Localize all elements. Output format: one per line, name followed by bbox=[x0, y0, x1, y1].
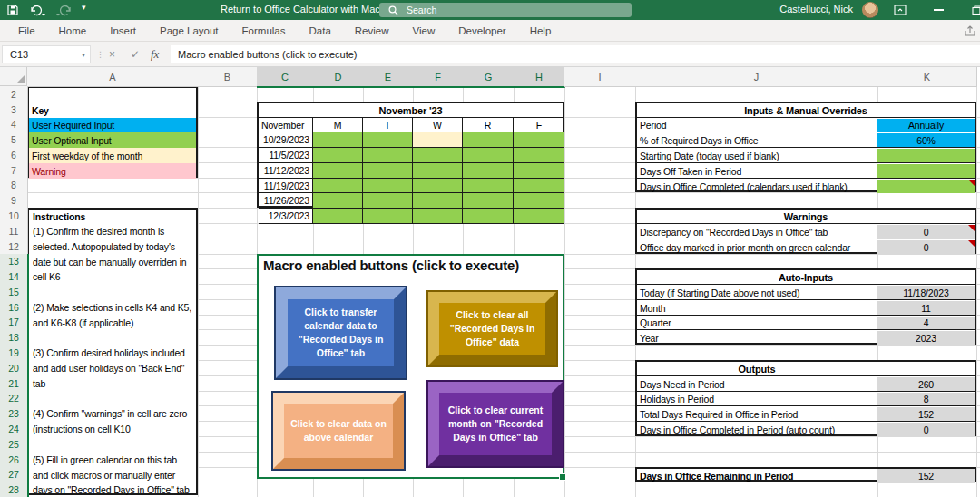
row-header-23[interactable]: 23 bbox=[0, 405, 29, 422]
panel-row-value[interactable]: 0 bbox=[877, 240, 975, 255]
panel-row-value[interactable]: 4 bbox=[877, 317, 975, 330]
column-header-K[interactable]: K bbox=[877, 67, 977, 87]
row-header-24[interactable]: 24 bbox=[0, 421, 29, 437]
ribbon-tab-home[interactable]: Home bbox=[47, 20, 99, 41]
row-header-10[interactable]: 10 bbox=[0, 208, 28, 224]
row-header-21[interactable]: 21 bbox=[0, 375, 29, 392]
column-header-B[interactable]: B bbox=[198, 67, 258, 87]
row-header-27[interactable]: 27 bbox=[0, 467, 29, 482]
row-header-12[interactable]: 12 bbox=[0, 239, 28, 255]
calendar-day-cell[interactable] bbox=[463, 132, 514, 148]
calendar-day-cell[interactable] bbox=[363, 209, 413, 224]
row-header-22[interactable]: 22 bbox=[0, 391, 29, 406]
panel-row-value[interactable]: 152 bbox=[877, 407, 975, 422]
name-box-dropdown-icon[interactable]: ▾ bbox=[82, 51, 85, 59]
ribbon-tab-review[interactable]: Review bbox=[343, 20, 401, 41]
calendar-day-cell[interactable] bbox=[313, 209, 363, 224]
calendar-day-cell[interactable] bbox=[463, 209, 514, 224]
panel-row-value[interactable]: 8 bbox=[877, 393, 975, 406]
calendar-day-cell[interactable] bbox=[463, 163, 514, 179]
column-header-D[interactable]: D bbox=[313, 67, 364, 88]
panel-row-value[interactable]: 60% bbox=[877, 133, 975, 148]
calendar-day-cell[interactable] bbox=[413, 179, 463, 193]
calendar-day-cell[interactable] bbox=[363, 163, 413, 179]
select-all-corner[interactable] bbox=[0, 67, 27, 86]
calendar-day-cell[interactable] bbox=[313, 163, 363, 179]
ribbon-tab-file[interactable]: File bbox=[6, 20, 47, 41]
calendar-day-cell[interactable] bbox=[463, 179, 514, 193]
panel-row-value[interactable] bbox=[877, 180, 975, 193]
row-header-9[interactable]: 9 bbox=[0, 192, 28, 209]
calendar-day-cell[interactable] bbox=[514, 179, 564, 193]
column-header-A[interactable]: A bbox=[27, 67, 199, 87]
macro-button-4[interactable]: Click to clear current month on "Recorde… bbox=[426, 380, 564, 468]
calendar-day-cell[interactable] bbox=[413, 193, 463, 209]
panel-row-value[interactable]: Annually bbox=[877, 119, 975, 132]
panel-row-value[interactable]: 2023 bbox=[877, 331, 975, 346]
calendar-day-cell[interactable] bbox=[313, 148, 363, 163]
column-header-I[interactable]: I bbox=[564, 67, 636, 87]
column-header-G[interactable]: G bbox=[463, 67, 514, 88]
calendar-day-cell[interactable] bbox=[313, 132, 363, 148]
row-header-18[interactable]: 18 bbox=[0, 329, 29, 346]
panel-row-value[interactable]: 260 bbox=[877, 377, 975, 392]
selected-cell-region[interactable]: Macro enabled buttons (click to execute)… bbox=[257, 254, 564, 479]
column-header-J[interactable]: J bbox=[635, 67, 878, 87]
row-header-3[interactable]: 3 bbox=[0, 102, 28, 118]
row-header-5[interactable]: 5 bbox=[0, 132, 28, 148]
calendar-day-cell[interactable] bbox=[413, 209, 463, 224]
minimize-button[interactable] bbox=[934, 9, 944, 11]
column-header-C[interactable]: C bbox=[257, 67, 314, 88]
user-name[interactable]: Castellucci, Nick bbox=[779, 4, 853, 15]
macro-button-1[interactable]: Click to transfer calendar data to "Reco… bbox=[274, 286, 407, 380]
calendar-day-cell[interactable] bbox=[514, 163, 564, 179]
name-box[interactable]: C13 ▾ bbox=[2, 45, 91, 63]
calendar-day-cell[interactable] bbox=[363, 193, 413, 209]
ribbon-tab-data[interactable]: Data bbox=[298, 20, 343, 41]
panel-row-value[interactable] bbox=[877, 164, 975, 179]
search-box[interactable]: Search bbox=[379, 3, 632, 17]
calendar-day-cell[interactable] bbox=[514, 193, 564, 209]
row-header-16[interactable]: 16 bbox=[0, 299, 29, 316]
calendar-day-cell[interactable] bbox=[514, 148, 564, 163]
macro-button-3[interactable]: Click to clear data on above calendar bbox=[271, 391, 406, 471]
row-header-4[interactable]: 4 bbox=[0, 117, 28, 132]
calendar-day-cell[interactable] bbox=[514, 209, 564, 224]
calendar-day-cell[interactable] bbox=[413, 132, 463, 148]
calendar-week-date[interactable]: 11/5/2023 bbox=[259, 148, 313, 163]
column-header-E[interactable]: E bbox=[363, 67, 414, 88]
share-icon[interactable] bbox=[964, 25, 976, 37]
row-header-11[interactable]: 11 bbox=[0, 223, 28, 239]
row-header-19[interactable]: 19 bbox=[0, 345, 29, 361]
calendar-day-cell[interactable] bbox=[413, 148, 463, 163]
calendar-week-date[interactable]: 11/26/2023 bbox=[259, 193, 313, 209]
calendar-week-date[interactable]: 11/12/2023 bbox=[259, 163, 313, 179]
row-header-15[interactable]: 15 bbox=[0, 284, 29, 300]
row-header-26[interactable]: 26 bbox=[0, 452, 29, 468]
fill-handle[interactable] bbox=[559, 473, 566, 481]
calendar-day-cell[interactable] bbox=[463, 193, 514, 209]
panel-row-value[interactable]: 152 bbox=[877, 469, 975, 483]
calendar-day-cell[interactable] bbox=[413, 163, 463, 179]
formula-input[interactable]: Macro enabled buttons (click to execute) bbox=[171, 45, 980, 63]
row-header-13[interactable]: 13 bbox=[0, 254, 29, 269]
row-header-17[interactable]: 17 bbox=[0, 315, 29, 330]
enter-icon[interactable]: ✓ bbox=[131, 45, 140, 63]
row-header-28[interactable]: 28 bbox=[0, 482, 29, 497]
column-header-H[interactable]: H bbox=[514, 67, 565, 88]
row-header-7[interactable]: 7 bbox=[0, 162, 28, 179]
restore-button[interactable] bbox=[972, 5, 980, 17]
ribbon-tab-insert[interactable]: Insert bbox=[98, 20, 148, 41]
save-icon[interactable] bbox=[6, 4, 19, 16]
row-header-6[interactable]: 6 bbox=[0, 147, 28, 163]
calendar-day-cell[interactable] bbox=[313, 179, 363, 193]
redo-icon[interactable] bbox=[54, 4, 73, 16]
calendar-day-cell[interactable] bbox=[514, 132, 564, 148]
panel-row-value[interactable]: 0 bbox=[877, 225, 975, 239]
ribbon-tab-view[interactable]: View bbox=[401, 20, 447, 41]
ribbon-tab-developer[interactable]: Developer bbox=[446, 20, 517, 41]
calendar-week-date[interactable]: 12/3/2023 bbox=[259, 209, 313, 224]
calendar-day-cell[interactable] bbox=[313, 193, 363, 209]
quick-access-toolbar-menu-icon[interactable]: ▾ bbox=[82, 3, 86, 12]
avatar[interactable] bbox=[862, 2, 878, 18]
